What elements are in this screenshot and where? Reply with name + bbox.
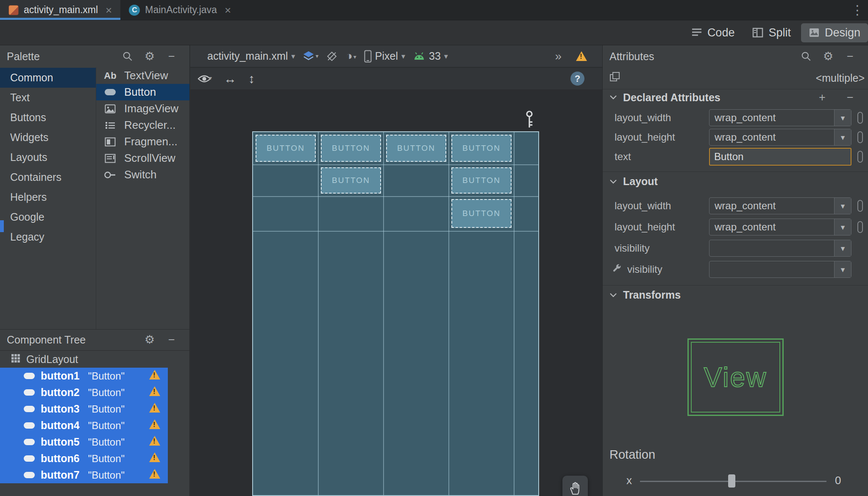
palette-item-scrollview[interactable]: ScrollView: [96, 150, 189, 166]
gridlayout-preview[interactable]: BUTTON BUTTON BUTTON BUTTON BUTTON BUTTO…: [252, 131, 539, 496]
close-icon[interactable]: ×: [225, 5, 231, 16]
tools-visibility-dropdown[interactable]: ▾: [709, 261, 851, 278]
gear-icon[interactable]: ⚙: [139, 51, 161, 62]
warning-icon[interactable]: [149, 419, 160, 432]
overflow-icon[interactable]: »: [555, 50, 562, 63]
palette-category-common[interactable]: Common: [0, 68, 96, 88]
resource-picker-icon[interactable]: [857, 151, 863, 163]
pan-tool-button[interactable]: [562, 476, 588, 496]
theme-selector[interactable]: ◑ ▾: [345, 50, 356, 63]
orientation-selector[interactable]: [326, 50, 338, 62]
grid-column-line: [318, 132, 319, 495]
tree-item-gridlayout[interactable]: GridLayout: [0, 351, 189, 368]
class-icon: C: [129, 5, 140, 16]
code-mode-button[interactable]: Code: [684, 23, 743, 42]
view-options-button[interactable]: ▾: [197, 74, 212, 84]
vertical-resize-icon[interactable]: ↕: [248, 72, 255, 86]
tab-activity-main-xml[interactable]: activity_main.xml ×: [0, 0, 120, 20]
palette-category-helpers[interactable]: Helpers: [0, 187, 96, 207]
palette-item-switch[interactable]: Switch: [96, 166, 189, 183]
warning-icon[interactable]: [149, 403, 160, 415]
canvas-button6[interactable]: BUTTON: [451, 167, 512, 194]
attribute-row-layout-height: layout_height wrap_content ▾: [603, 127, 868, 147]
palette-category-layouts[interactable]: Layouts: [0, 147, 96, 167]
tree-item-button6[interactable]: button6 "Button": [0, 450, 168, 467]
resource-picker-icon[interactable]: [857, 131, 863, 143]
tree-item-button3[interactable]: button3 "Button": [0, 401, 168, 417]
tab-main-activity-java[interactable]: C MainActivity.java ×: [120, 0, 239, 20]
tree-item-button2[interactable]: button2 "Button": [0, 384, 168, 401]
copy-icon[interactable]: [609, 72, 620, 85]
layout-height-dropdown[interactable]: wrap_content ▾: [709, 219, 851, 236]
palette-item-fragmentcontainerview[interactable]: Fragmen...: [96, 133, 189, 150]
grid-column-line: [448, 132, 449, 495]
help-icon[interactable]: ?: [570, 72, 584, 86]
add-attribute-icon[interactable]: +: [811, 92, 833, 103]
warning-icon[interactable]: [149, 436, 160, 448]
palette-item-button[interactable]: Button: [96, 84, 189, 100]
visibility-dropdown[interactable]: ▾: [709, 240, 851, 257]
text-attribute-input[interactable]: [709, 148, 851, 166]
tree-item-button7[interactable]: button7 "Button": [0, 467, 168, 483]
resource-picker-icon[interactable]: [857, 221, 863, 233]
transforms-section-header[interactable]: Transforms: [603, 285, 868, 305]
design-canvas[interactable]: BUTTON BUTTON BUTTON BUTTON BUTTON BUTTO…: [190, 89, 602, 496]
device-selector[interactable]: Pixel ▾: [364, 50, 405, 63]
layout-file-icon: [8, 5, 19, 15]
tree-item-button4[interactable]: button4 "Button": [0, 417, 168, 434]
close-icon[interactable]: ×: [106, 5, 112, 16]
chevron-down-icon: ▾: [834, 240, 851, 256]
hide-panel-icon[interactable]: −: [161, 51, 183, 62]
layout-width-dropdown[interactable]: wrap_content ▾: [709, 197, 851, 214]
design-mode-selector[interactable]: ▾: [303, 50, 318, 62]
scrollview-icon: [102, 154, 118, 163]
tree-item-button5[interactable]: button5 "Button": [0, 434, 168, 450]
canvas-button2[interactable]: BUTTON: [321, 135, 381, 162]
tree-item-button1[interactable]: button1 "Button": [0, 368, 168, 384]
gear-icon[interactable]: ⚙: [139, 334, 161, 346]
palette-category-buttons[interactable]: Buttons: [0, 108, 96, 127]
chevron-down-icon: [609, 293, 617, 298]
hide-panel-icon[interactable]: −: [839, 51, 861, 62]
hide-panel-icon[interactable]: −: [161, 334, 183, 346]
palette-category-text[interactable]: Text: [0, 88, 96, 108]
warning-icon[interactable]: [149, 469, 160, 481]
palette-item-imageview[interactable]: ImageView: [96, 100, 189, 117]
palette-category-legacy[interactable]: Legacy: [0, 227, 96, 247]
search-icon[interactable]: [795, 51, 817, 62]
warning-icon[interactable]: [576, 51, 587, 61]
canvas-button5[interactable]: BUTTON: [321, 167, 381, 194]
palette-category-google[interactable]: Google: [0, 207, 96, 227]
warning-icon[interactable]: [149, 370, 160, 382]
tool-window-stripe-indicator: [0, 220, 4, 232]
resource-picker-icon[interactable]: [857, 200, 863, 212]
canvas-button3[interactable]: BUTTON: [386, 135, 446, 162]
layout-height-dropdown[interactable]: wrap_content ▾: [709, 129, 851, 146]
layout-width-dropdown[interactable]: wrap_content ▾: [709, 109, 851, 126]
design-mode-button[interactable]: Design: [801, 23, 868, 42]
canvas-button1[interactable]: BUTTON: [256, 135, 316, 162]
canvas-button7[interactable]: BUTTON: [451, 199, 512, 228]
split-mode-button[interactable]: Split: [745, 23, 798, 42]
palette-category-widgets[interactable]: Widgets: [0, 127, 96, 147]
kebab-menu-icon[interactable]: ⋮: [851, 2, 864, 19]
palette-item-textview[interactable]: Ab TextView: [96, 67, 189, 84]
rotation-x-slider-thumb[interactable]: [728, 474, 735, 488]
horizontal-resize-icon[interactable]: ↔: [224, 72, 236, 86]
orientation-icon: [326, 50, 338, 62]
resource-picker-icon[interactable]: [857, 112, 863, 124]
remove-attribute-icon[interactable]: −: [839, 92, 861, 103]
view-transform-preview: View: [687, 338, 784, 416]
canvas-button4[interactable]: BUTTON: [451, 135, 512, 162]
layout-section-header[interactable]: Layout: [603, 172, 868, 191]
warning-icon[interactable]: [149, 386, 160, 399]
api-level-selector[interactable]: 33 ▾: [413, 50, 448, 62]
warning-icon[interactable]: [149, 452, 160, 465]
declared-attributes-section-header[interactable]: Declared Attributes + −: [603, 88, 868, 107]
search-icon[interactable]: [117, 51, 139, 62]
gear-icon[interactable]: ⚙: [817, 51, 839, 62]
palette-category-containers[interactable]: Containers: [0, 167, 96, 187]
layout-file-selector[interactable]: activity_main.xml ▾: [207, 50, 295, 62]
hand-icon: [569, 482, 581, 495]
palette-item-recyclerview[interactable]: Recycler...: [96, 117, 189, 133]
